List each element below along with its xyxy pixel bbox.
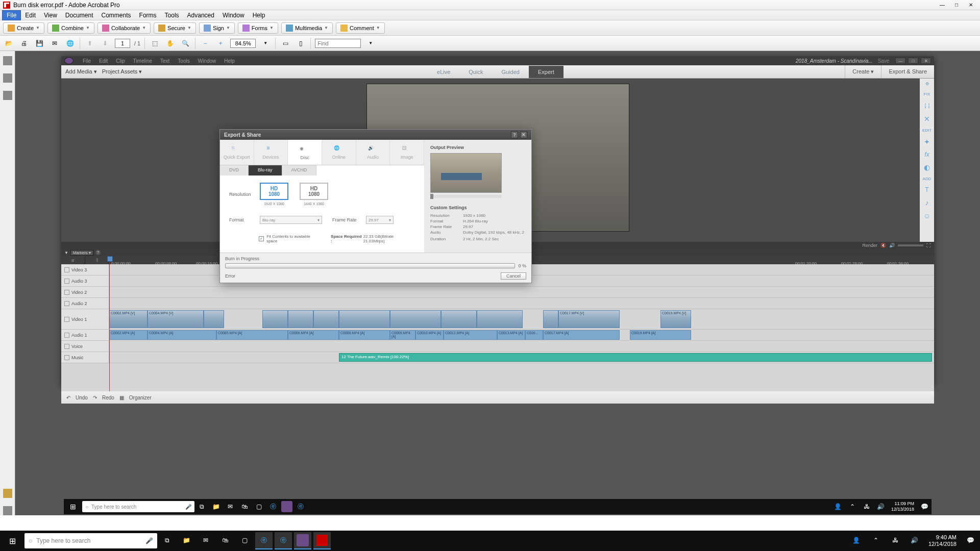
track-toggle-icon[interactable] xyxy=(64,267,69,272)
attachments-panel-icon[interactable] xyxy=(3,506,12,515)
fx-icon[interactable]: fx xyxy=(924,151,929,158)
undo-button[interactable]: Undo xyxy=(76,395,88,400)
graphics-icon[interactable]: ☺ xyxy=(923,212,930,220)
audio-clip[interactable]: C0017.MP4 [A] xyxy=(543,330,620,340)
menu-forms[interactable]: Forms xyxy=(135,11,161,20)
file-explorer-icon[interactable]: 📁 xyxy=(178,532,195,549)
pr-menu-help[interactable]: Help xyxy=(220,58,239,64)
menu-window[interactable]: Window xyxy=(218,11,249,20)
acrobat-taskbar-icon[interactable] xyxy=(313,532,331,549)
menu-view[interactable]: View xyxy=(40,11,61,20)
inner-explorer-icon[interactable]: 📁 xyxy=(210,500,222,513)
menu-file[interactable]: File xyxy=(2,10,21,20)
create-button[interactable]: Create▼ xyxy=(3,22,44,34)
pr-maximize-icon[interactable]: □ xyxy=(908,58,918,64)
video-clip[interactable]: C0002.MP4 [V] xyxy=(109,310,148,328)
people-icon[interactable]: 👤 xyxy=(848,532,865,549)
secure-button[interactable]: Secure▼ xyxy=(154,22,196,34)
music-clip[interactable]: 12 The Future.wav_Remix [100.22%] xyxy=(339,353,932,362)
tab-audio[interactable]: 🔊Audio xyxy=(356,140,390,165)
subtab-dvd[interactable]: DVD xyxy=(220,165,249,176)
tools-icon[interactable]: ✕ xyxy=(924,115,930,123)
inner-start-button[interactable]: ⊞ xyxy=(64,499,82,514)
start-button[interactable]: ⊞ xyxy=(0,531,24,551)
preview-scrub-slider[interactable] xyxy=(430,195,502,198)
video-clip[interactable]: C0017.MP4 [V] xyxy=(558,310,620,328)
transitions-icon[interactable]: ◐ xyxy=(924,163,930,171)
mode-expert[interactable]: Expert xyxy=(529,66,564,78)
resolution-1920[interactable]: HD1080 xyxy=(260,183,288,200)
inner-mail-icon[interactable]: ✉ xyxy=(224,500,236,513)
tab-quick-export[interactable]: ⎘Quick Export xyxy=(220,140,254,165)
tray-up-icon[interactable]: ⌃ xyxy=(867,532,885,549)
pr-minimize-icon[interactable]: — xyxy=(895,58,905,64)
audio-clip[interactable]: C0012.MP4 [A] xyxy=(444,330,497,340)
video-clip[interactable] xyxy=(477,310,523,328)
fit-page-icon[interactable]: ▭ xyxy=(280,38,291,49)
inner-clock[interactable]: 11:09 PM12/13/2018 xyxy=(888,501,917,512)
video-clip[interactable] xyxy=(288,310,313,328)
audio-clip[interactable]: C0006.MP4 [A] xyxy=(288,330,339,340)
music-icon[interactable]: ♪ xyxy=(925,198,929,207)
zoom-input[interactable] xyxy=(230,39,256,48)
audio-clip[interactable]: C0010.MP4 [A] xyxy=(415,330,444,340)
fullscreen-icon[interactable]: ⛶ xyxy=(926,243,931,248)
system-clock[interactable]: 9:40 AM12/14/2018 xyxy=(924,534,961,547)
cancel-button[interactable]: Cancel xyxy=(501,272,526,280)
tab-devices[interactable]: 🖥Devices xyxy=(254,140,288,165)
inner-tray-up-icon[interactable]: ⌃ xyxy=(846,500,859,513)
audio-clip[interactable]: C0004.MP4 [A] xyxy=(148,330,216,340)
collaborate-button[interactable]: Collaborate▼ xyxy=(97,22,151,34)
minimize-button[interactable]: — xyxy=(936,1,948,9)
inner-terminal-icon[interactable]: ▢ xyxy=(253,500,265,513)
save-indicator[interactable]: Save xyxy=(878,58,890,64)
video-clip[interactable]: C0019.MP4 [V] xyxy=(660,310,691,328)
video-clip[interactable] xyxy=(204,310,224,328)
mail-icon[interactable]: ✉ xyxy=(197,532,214,549)
create-dropdown[interactable]: Create ▾ xyxy=(845,65,881,78)
markers-help-icon[interactable]: ? xyxy=(95,250,101,255)
organizer-button[interactable]: Organizer xyxy=(129,395,152,400)
page-number-input[interactable] xyxy=(115,39,130,48)
framerate-dropdown[interactable]: 29.97▾ xyxy=(366,216,394,224)
save-icon[interactable]: 💾 xyxy=(34,38,45,49)
pr-menu-file[interactable]: File xyxy=(79,58,95,64)
track-toggle-icon[interactable] xyxy=(64,290,69,295)
dialog-close-icon[interactable]: ✕ xyxy=(520,131,527,138)
email-icon[interactable]: ✉ xyxy=(49,38,60,49)
find-input[interactable] xyxy=(315,39,361,48)
network-icon[interactable]: 🖧 xyxy=(887,532,904,549)
dialog-help-icon[interactable]: ? xyxy=(511,131,518,138)
audio-clip[interactable]: C0005.MP4 [A] xyxy=(216,330,288,340)
mute-icon[interactable]: 🔇 xyxy=(880,243,886,248)
inner-network-icon[interactable]: 🖧 xyxy=(861,500,873,513)
volume-icon[interactable]: 🔊 xyxy=(906,532,923,549)
close-button[interactable]: ✕ xyxy=(965,1,977,9)
titles-icon[interactable]: T xyxy=(925,186,928,193)
timeline-tool-2[interactable]: ⫴ xyxy=(85,256,109,264)
tab-online[interactable]: 🌐Online xyxy=(322,140,356,165)
audio-clip[interactable]: C016... xyxy=(525,330,543,340)
menu-help[interactable]: Help xyxy=(249,11,270,20)
menu-advanced[interactable]: Advanced xyxy=(183,11,218,20)
track-toggle-icon[interactable] xyxy=(64,279,69,284)
marquee-zoom-icon[interactable]: 🔍 xyxy=(180,38,191,49)
track-toggle-icon[interactable] xyxy=(64,301,69,306)
comments-panel-icon[interactable] xyxy=(3,489,12,498)
pr-menu-timeline[interactable]: Timeline xyxy=(129,58,156,64)
video-clip[interactable] xyxy=(262,310,288,328)
resolution-1440[interactable]: HD1080 xyxy=(300,183,328,200)
video-clip[interactable] xyxy=(339,310,390,328)
subtab-avchd[interactable]: AVCHD xyxy=(282,165,317,176)
video-clip[interactable] xyxy=(543,310,558,328)
combine-button[interactable]: Combine▼ xyxy=(47,22,94,34)
inner-search-box[interactable]: ○ Type here to search 🎤 xyxy=(82,501,194,512)
volume-icon[interactable]: 🔊 xyxy=(889,243,895,248)
web-icon[interactable]: 🌐 xyxy=(64,38,76,49)
markers-dropdown[interactable]: Markers ▾ xyxy=(70,250,93,256)
adjust-icon[interactable]: ⫶⫶ xyxy=(923,102,930,110)
zoom-out-icon[interactable]: − xyxy=(200,38,211,49)
edge-icon[interactable]: ⓔ xyxy=(275,532,292,549)
render-button[interactable]: Render xyxy=(862,243,877,248)
tab-image[interactable]: 🖼Image xyxy=(390,140,424,165)
